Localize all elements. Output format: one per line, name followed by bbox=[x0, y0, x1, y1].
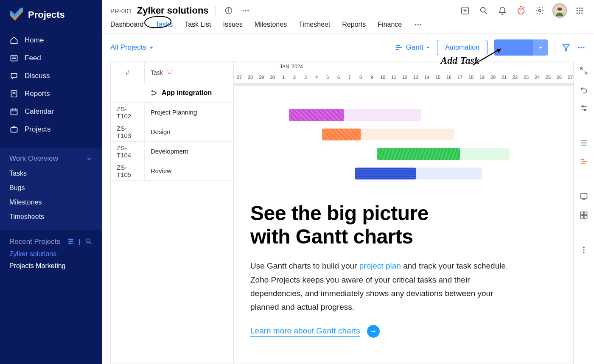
table-row[interactable]: ZS-T102Project Planning bbox=[111, 103, 233, 122]
svg-point-61 bbox=[152, 90, 153, 92]
recent-projects-header: Recent Projects | bbox=[9, 238, 92, 246]
svg-point-28 bbox=[481, 8, 485, 12]
svg-point-42 bbox=[579, 10, 580, 11]
learn-more-link[interactable]: Learn more about Gantt charts bbox=[250, 326, 360, 337]
svg-point-15 bbox=[71, 241, 72, 242]
section-title: Work Overview bbox=[9, 154, 58, 163]
task-id: ZS-T102 bbox=[111, 103, 145, 122]
nav-reports[interactable]: Reports bbox=[0, 85, 102, 103]
feed-icon bbox=[9, 53, 19, 63]
tab-timesheet[interactable]: Timesheet bbox=[299, 21, 330, 28]
more-horizontal-icon[interactable] bbox=[240, 5, 252, 17]
nav-projects[interactable]: Projects bbox=[0, 120, 102, 138]
nav-feed[interactable]: Feed bbox=[0, 49, 102, 67]
search-icon[interactable] bbox=[85, 238, 92, 246]
svg-point-14 bbox=[69, 239, 70, 240]
timeline-day: 24 bbox=[532, 71, 543, 83]
recent-project-marketing[interactable]: Projects Marketing bbox=[9, 258, 92, 270]
task-group-row[interactable]: App integration bbox=[111, 83, 233, 103]
tab-issues[interactable]: Issues bbox=[223, 21, 242, 28]
timeline-row bbox=[234, 144, 573, 164]
timeline-day: 6 bbox=[333, 71, 344, 83]
timeline-day: 27 bbox=[565, 71, 574, 83]
add-task-dropdown[interactable] bbox=[533, 39, 548, 56]
gantt-bar-progress[interactable] bbox=[377, 148, 460, 160]
add-task-button[interactable] bbox=[494, 39, 548, 56]
settings-sliders-icon[interactable] bbox=[580, 104, 589, 113]
bell-icon[interactable] bbox=[496, 5, 508, 17]
timeline-day: 26 bbox=[554, 71, 565, 83]
svg-point-82 bbox=[583, 247, 584, 248]
search-icon[interactable] bbox=[478, 5, 490, 17]
info-icon[interactable] bbox=[223, 5, 235, 17]
recent-project-zylker[interactable]: Zylker solutions bbox=[9, 246, 92, 258]
gantt-bar-progress[interactable] bbox=[289, 109, 344, 121]
more-options-icon[interactable] bbox=[577, 43, 586, 52]
add-icon[interactable] bbox=[459, 5, 471, 17]
more-vertical-icon[interactable] bbox=[580, 246, 589, 255]
briefcase-icon bbox=[9, 125, 19, 134]
avatar[interactable] bbox=[552, 3, 567, 18]
timeline-month: JAN '2024 bbox=[234, 62, 573, 71]
list-icon[interactable] bbox=[580, 139, 589, 148]
timeline-day: 18 bbox=[465, 71, 476, 83]
table-row[interactable]: ZS-T104Development bbox=[111, 142, 233, 161]
tab-finance[interactable]: Finance bbox=[378, 21, 402, 28]
settings-sliders-icon[interactable] bbox=[67, 238, 75, 246]
more-tabs-icon[interactable] bbox=[414, 20, 422, 29]
work-overview-header[interactable]: Work Overview bbox=[0, 154, 102, 166]
undo-icon[interactable] bbox=[580, 85, 589, 95]
tab-milestones[interactable]: Milestones bbox=[255, 21, 287, 28]
task-grid: # Task App integration ZS-T102Project Pl… bbox=[111, 62, 234, 364]
section-title: Recent Projects bbox=[9, 238, 60, 246]
project-plan-link[interactable]: project plan bbox=[359, 261, 401, 270]
group-name: App integration bbox=[162, 89, 212, 97]
svg-marker-55 bbox=[539, 47, 542, 49]
alarm-icon[interactable] bbox=[166, 69, 173, 76]
add-task-main[interactable] bbox=[494, 39, 533, 56]
overview-timesheets[interactable]: Timesheets bbox=[0, 210, 102, 224]
apps-grid-icon[interactable] bbox=[574, 5, 586, 17]
grid-header: # Task bbox=[111, 62, 233, 83]
timeline-day: 13 bbox=[410, 71, 421, 83]
timer-icon[interactable] bbox=[515, 5, 527, 17]
svg-point-30 bbox=[518, 8, 524, 14]
timeline-day: 28 bbox=[245, 71, 256, 83]
overview-milestones[interactable]: Milestones bbox=[0, 195, 102, 210]
table-row[interactable]: ZS-T103Design bbox=[111, 122, 233, 142]
gear-icon[interactable] bbox=[534, 5, 546, 17]
screen-icon[interactable] bbox=[580, 192, 589, 202]
marketing-para: Use Gantt charts to build your project p… bbox=[250, 259, 513, 314]
marketing-overlay: See the big picture with Gantt charts Us… bbox=[242, 193, 569, 346]
overview-bugs[interactable]: Bugs bbox=[0, 181, 102, 195]
nav-calendar[interactable]: Calendar bbox=[0, 103, 102, 120]
gantt-bar-progress[interactable] bbox=[322, 129, 361, 140]
nav-primary: Home Feed Discuss Reports Calendar Proje… bbox=[0, 31, 102, 144]
tab-tasks[interactable]: Tasks bbox=[155, 21, 173, 28]
table-row[interactable]: ZS-T105Review bbox=[111, 161, 233, 181]
tab-reports[interactable]: Reports bbox=[342, 21, 366, 28]
svg-point-45 bbox=[579, 12, 580, 14]
view-select-gantt[interactable]: Gantt bbox=[395, 43, 430, 52]
svg-rect-37 bbox=[558, 8, 562, 10]
nav-home[interactable]: Home bbox=[0, 31, 102, 49]
svg-point-23 bbox=[245, 10, 246, 11]
timeline-day: 8 bbox=[355, 71, 366, 83]
automation-button[interactable]: Automation bbox=[437, 40, 488, 55]
gantt-bar-progress[interactable] bbox=[355, 168, 416, 179]
gantt-view-icon[interactable] bbox=[580, 157, 589, 167]
task-name: Project Planning bbox=[145, 103, 233, 122]
app-name: Projects bbox=[28, 9, 65, 20]
svg-point-40 bbox=[581, 8, 583, 9]
tab-tasklist[interactable]: Task List bbox=[185, 21, 211, 28]
tab-dashboard[interactable]: Dashboard bbox=[110, 21, 143, 28]
arrow-right-icon[interactable]: → bbox=[367, 325, 380, 338]
expand-icon[interactable] bbox=[580, 67, 589, 76]
app-logo[interactable]: Projects bbox=[0, 0, 102, 31]
overview-tasks[interactable]: Tasks bbox=[0, 166, 102, 181]
nav-discuss[interactable]: Discuss bbox=[0, 67, 102, 85]
svg-point-47 bbox=[415, 24, 416, 25]
filter-icon[interactable] bbox=[562, 43, 570, 52]
grid-layout-icon[interactable] bbox=[580, 211, 589, 220]
all-projects-dropdown[interactable]: All Projects bbox=[110, 43, 154, 52]
